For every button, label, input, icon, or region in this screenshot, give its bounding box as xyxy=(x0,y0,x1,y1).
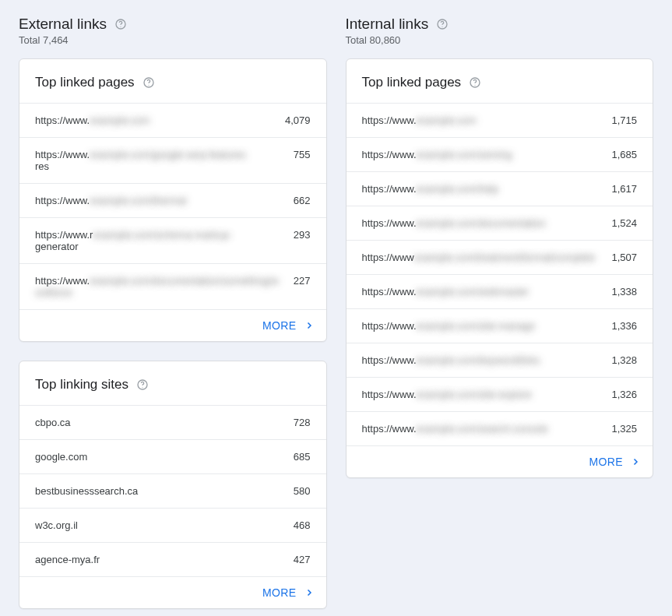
page-url: https://www.example.com/keyword/links xyxy=(362,354,612,366)
table-row[interactable]: https://www.example.com/keyword/links1,3… xyxy=(347,343,653,377)
page-count: 1,685 xyxy=(611,149,637,160)
table-row[interactable]: https://www.example.com/site-explore1,32… xyxy=(347,377,653,411)
site-domain: bestbusinesssearch.ca xyxy=(35,485,294,497)
card-title: Top linked pages xyxy=(35,75,135,90)
chevron-right-icon xyxy=(304,321,314,330)
page-url: https://www.example.com/webmaster xyxy=(362,286,612,297)
internal-top-linked-pages-card: Top linked pages https://www.example.com… xyxy=(346,58,654,478)
table-row[interactable]: https://wwwexample.com/treatment/format/… xyxy=(347,240,653,274)
table-row[interactable]: https://www.example.com/documentation1,5… xyxy=(347,206,653,240)
page-url: https://www.example.com/documentation xyxy=(362,217,612,229)
site-count: 728 xyxy=(294,417,311,428)
internal-links-title: Internal links xyxy=(346,16,429,33)
external-top-linked-pages-card: Top linked pages https://www.example.com… xyxy=(19,58,327,342)
svg-point-7 xyxy=(442,26,443,27)
help-icon[interactable] xyxy=(136,378,149,391)
site-count: 468 xyxy=(294,519,311,531)
page-count: 1,325 xyxy=(611,423,637,435)
table-row[interactable]: agence-mya.fr427 xyxy=(19,542,326,576)
site-domain: w3c.org.il xyxy=(35,519,294,531)
page-count: 662 xyxy=(294,195,311,206)
table-row[interactable]: https://www.example.com/documentation/so… xyxy=(19,263,326,309)
table-row[interactable]: cbpo.ca728 xyxy=(19,405,326,439)
site-count: 580 xyxy=(294,485,311,497)
internal-links-total: Total 80,860 xyxy=(346,34,654,46)
help-icon[interactable] xyxy=(436,18,449,30)
table-row[interactable]: https://www.example.com/thermal662 xyxy=(19,183,326,217)
table-row[interactable]: w3c.org.il468 xyxy=(19,508,326,542)
table-row[interactable]: https://www.example.com4,079 xyxy=(19,103,326,137)
table-row[interactable]: https://www.example.com/serving1,685 xyxy=(347,137,653,171)
external-links-column: External links Total 7,464 Top linked pa… xyxy=(19,16,327,616)
site-count: 685 xyxy=(294,451,311,463)
card-title: Top linked pages xyxy=(362,75,462,90)
help-icon[interactable] xyxy=(114,18,127,30)
page-url: https://www.example.com/serving xyxy=(362,149,612,160)
more-button[interactable]: MORE xyxy=(262,319,314,332)
page-count: 755 xyxy=(294,149,311,160)
page-url: https://www.example.com xyxy=(35,114,285,126)
svg-point-1 xyxy=(120,26,121,27)
page-url: https://www.example.com xyxy=(362,114,612,126)
page-count: 1,326 xyxy=(611,389,637,400)
page-count: 293 xyxy=(294,229,311,241)
page-url: https://www.example.com/thermal xyxy=(35,195,294,206)
page-count: 1,336 xyxy=(611,320,637,332)
page-count: 1,328 xyxy=(611,354,637,366)
page-url: https://www.example.com/documentation/so… xyxy=(35,275,294,298)
external-links-title: External links xyxy=(19,16,107,33)
table-row[interactable]: https://www.example.com/help1,617 xyxy=(347,171,653,206)
table-row[interactable]: https://www.example.com/site-manage1,336 xyxy=(347,308,653,343)
site-count: 427 xyxy=(294,554,311,565)
site-domain: agence-mya.fr xyxy=(35,554,294,565)
table-row[interactable]: bestbusinesssearch.ca580 xyxy=(19,473,326,508)
page-url: https://www.example.com/help xyxy=(362,183,612,195)
external-top-linking-sites-card: Top linking sites cbpo.ca728google.com68… xyxy=(19,361,327,609)
page-url: https://www.rexample.com/schema-markup-g… xyxy=(35,229,294,252)
page-count: 1,338 xyxy=(611,286,637,297)
table-row[interactable]: https://www.example.com1,715 xyxy=(347,103,653,137)
chevron-right-icon xyxy=(304,588,314,597)
more-label: MORE xyxy=(262,586,297,599)
table-row[interactable]: https://www.example.com/webmaster1,338 xyxy=(347,274,653,308)
table-row[interactable]: https://www.example.com/google-serp-feat… xyxy=(19,137,326,183)
page-count: 1,617 xyxy=(611,183,637,195)
svg-point-5 xyxy=(142,387,142,388)
page-url: https://www.example.com/search-console xyxy=(362,423,612,435)
more-label: MORE xyxy=(262,319,297,332)
table-row[interactable]: https://www.example.com/search-console1,… xyxy=(347,411,653,445)
help-icon[interactable] xyxy=(469,76,481,89)
page-count: 227 xyxy=(294,275,311,287)
table-row[interactable]: google.com685 xyxy=(19,439,326,473)
site-domain: google.com xyxy=(35,451,294,463)
site-domain: cbpo.ca xyxy=(35,417,294,428)
more-button[interactable]: MORE xyxy=(262,586,314,599)
page-count: 1,507 xyxy=(611,252,637,263)
external-links-header: External links Total 7,464 xyxy=(19,16,327,46)
internal-links-column: Internal links Total 80,860 Top linked p… xyxy=(346,16,654,616)
page-url: https://www.example.com/google-serp-feat… xyxy=(35,149,294,172)
external-links-total: Total 7,464 xyxy=(19,34,327,46)
table-row[interactable]: https://www.rexample.com/schema-markup-g… xyxy=(19,217,326,263)
more-label: MORE xyxy=(589,456,623,468)
page-count: 4,079 xyxy=(285,114,311,126)
page-count: 1,715 xyxy=(611,114,637,126)
card-title: Top linking sites xyxy=(35,377,128,392)
page-url: https://www.example.com/site-explore xyxy=(362,389,612,400)
page-count: 1,524 xyxy=(611,217,637,229)
page-url: https://www.example.com/site-manage xyxy=(362,320,612,332)
more-button[interactable]: MORE xyxy=(589,456,640,468)
page-url: https://wwwexample.com/treatment/format/… xyxy=(362,252,612,263)
svg-point-3 xyxy=(148,85,149,86)
chevron-right-icon xyxy=(631,457,640,466)
help-icon[interactable] xyxy=(142,76,155,89)
internal-links-header: Internal links Total 80,860 xyxy=(346,16,654,46)
svg-point-9 xyxy=(475,85,476,86)
